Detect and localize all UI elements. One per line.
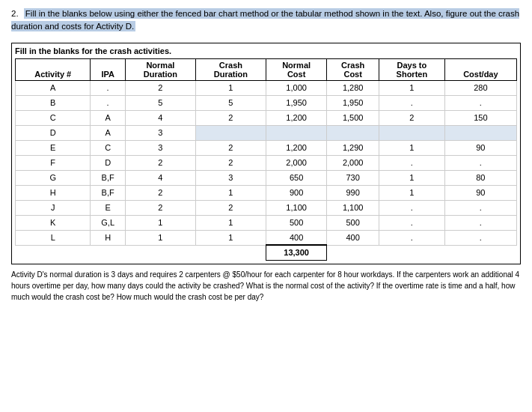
cell-activity: G bbox=[16, 170, 91, 185]
cell-crash-duration: 1 bbox=[195, 215, 266, 230]
cell-normal-cost: 1,950 bbox=[266, 95, 326, 110]
instructions: 2. Fill in the blanks below using either… bbox=[11, 7, 521, 34]
cell-normal-duration: 1 bbox=[125, 215, 195, 230]
col-header-crash-cost: CrashCost bbox=[327, 58, 379, 80]
cell-cost-day: 150 bbox=[444, 110, 516, 125]
cell-days-shorten: . bbox=[379, 155, 445, 170]
cell-ipa: . bbox=[91, 95, 125, 110]
cell-days-shorten: . bbox=[379, 215, 445, 230]
cell-activity: A bbox=[16, 80, 91, 95]
cell-ipa: A bbox=[91, 125, 125, 140]
cell-normal-cost bbox=[266, 125, 326, 140]
cell-activity: H bbox=[16, 185, 91, 200]
cell-ipa: C bbox=[91, 140, 125, 155]
cell-ipa: A bbox=[91, 110, 125, 125]
cell-crash-duration: 2 bbox=[195, 110, 266, 125]
cell-ipa: E bbox=[91, 200, 125, 215]
cell-cost-day: 80 bbox=[444, 170, 516, 185]
cell-normal-duration: 2 bbox=[125, 155, 195, 170]
cell-crash-duration: 1 bbox=[195, 80, 266, 95]
cell-ipa: G,L bbox=[91, 215, 125, 230]
cell-crash-cost: 1,280 bbox=[327, 80, 379, 95]
cell-normal-cost: 1,200 bbox=[266, 110, 326, 125]
cell-days-shorten: 2 bbox=[379, 110, 445, 125]
cell-days-shorten: 1 bbox=[379, 80, 445, 95]
cell-normal-duration: 2 bbox=[125, 200, 195, 215]
cell-crash-duration: 5 bbox=[195, 95, 266, 110]
cell-cost-day: 90 bbox=[444, 140, 516, 155]
cell-cost-day: . bbox=[444, 230, 516, 245]
col-header-cost-day: Cost/day bbox=[444, 58, 516, 80]
cell-normal-duration: 4 bbox=[125, 170, 195, 185]
cell-ipa: D bbox=[91, 155, 125, 170]
cell-activity: F bbox=[16, 155, 91, 170]
cell-activity: E bbox=[16, 140, 91, 155]
cell-days-shorten: . bbox=[379, 230, 445, 245]
cell-crash-cost: 1,290 bbox=[327, 140, 379, 155]
cell-activity: C bbox=[16, 110, 91, 125]
cell-ipa: . bbox=[91, 80, 125, 95]
cell-cost-day: 90 bbox=[444, 185, 516, 200]
cell-crash-duration: 2 bbox=[195, 140, 266, 155]
cell-normal-duration: 3 bbox=[125, 140, 195, 155]
cell-activity: J bbox=[16, 200, 91, 215]
cell-cost-day: . bbox=[444, 200, 516, 215]
cell-activity: L bbox=[16, 230, 91, 245]
table-row: L H 1 1 400 400 . . bbox=[16, 230, 517, 245]
table-row: C A 4 2 1,200 1,500 2 150 bbox=[16, 110, 517, 125]
cell-normal-duration: 3 bbox=[125, 125, 195, 140]
cell-ipa: B,F bbox=[91, 185, 125, 200]
total-row: 13,300 bbox=[16, 245, 517, 260]
cell-cost-day: 280 bbox=[444, 80, 516, 95]
col-header-days-shorten: Days toShorten bbox=[379, 58, 445, 80]
cell-cost-day: . bbox=[444, 95, 516, 110]
table-row: D A 3 bbox=[16, 125, 517, 140]
cell-normal-duration: 5 bbox=[125, 95, 195, 110]
cell-normal-duration: 1 bbox=[125, 230, 195, 245]
cell-crash-cost: 1,950 bbox=[327, 95, 379, 110]
cell-cost-day bbox=[444, 125, 516, 140]
cell-days-shorten: 1 bbox=[379, 140, 445, 155]
total-value: 13,300 bbox=[266, 245, 326, 260]
cell-ipa: H bbox=[91, 230, 125, 245]
cell-activity: B bbox=[16, 95, 91, 110]
col-header-normal-cost: NormalCost bbox=[266, 58, 326, 80]
table-row: F D 2 2 2,000 2,000 . . bbox=[16, 155, 517, 170]
cell-normal-cost: 2,000 bbox=[266, 155, 326, 170]
table-row: B . 5 5 1,950 1,950 . . bbox=[16, 95, 517, 110]
cell-crash-cost: 500 bbox=[327, 215, 379, 230]
cell-normal-cost: 650 bbox=[266, 170, 326, 185]
col-header-activity: Activity # bbox=[16, 58, 91, 80]
crash-activities-table-container: Fill in the blanks for the crash activit… bbox=[11, 43, 521, 264]
cell-days-shorten: . bbox=[379, 95, 445, 110]
cell-crash-cost: 2,000 bbox=[327, 155, 379, 170]
table-row: J E 2 2 1,100 1,100 . . bbox=[16, 200, 517, 215]
footer-note: Activity D's normal duration is 3 days a… bbox=[11, 269, 521, 303]
cell-ipa: B,F bbox=[91, 170, 125, 185]
cell-crash-duration: 2 bbox=[195, 155, 266, 170]
table-row: A . 2 1 1,000 1,280 1 280 bbox=[16, 80, 517, 95]
header-row-1: Activity # IPA NormalDuration CrashDurat… bbox=[16, 58, 517, 80]
total-empty bbox=[327, 245, 517, 260]
cell-crash-duration bbox=[195, 125, 266, 140]
total-label bbox=[16, 245, 266, 260]
cell-normal-duration: 2 bbox=[125, 185, 195, 200]
cell-cost-day: . bbox=[444, 155, 516, 170]
table-row: H B,F 2 1 900 990 1 90 bbox=[16, 185, 517, 200]
col-header-normal-duration: NormalDuration bbox=[125, 58, 195, 80]
cell-days-shorten: 1 bbox=[379, 170, 445, 185]
cell-normal-duration: 2 bbox=[125, 80, 195, 95]
cell-days-shorten: 1 bbox=[379, 185, 445, 200]
table-body: A . 2 1 1,000 1,280 1 280 B . 5 5 1,950 … bbox=[16, 80, 517, 260]
instruction-text: Fill in the blanks below using either th… bbox=[11, 8, 519, 31]
cell-days-shorten bbox=[379, 125, 445, 140]
cell-normal-cost: 500 bbox=[266, 215, 326, 230]
cell-crash-cost: 400 bbox=[327, 230, 379, 245]
crash-activities-table: Activity # IPA NormalDuration CrashDurat… bbox=[15, 58, 517, 261]
cell-normal-cost: 400 bbox=[266, 230, 326, 245]
cell-normal-cost: 900 bbox=[266, 185, 326, 200]
cell-normal-cost: 1,000 bbox=[266, 80, 326, 95]
col-header-crash-duration: CrashDuration bbox=[195, 58, 266, 80]
cell-crash-duration: 2 bbox=[195, 200, 266, 215]
cell-crash-cost: 730 bbox=[327, 170, 379, 185]
